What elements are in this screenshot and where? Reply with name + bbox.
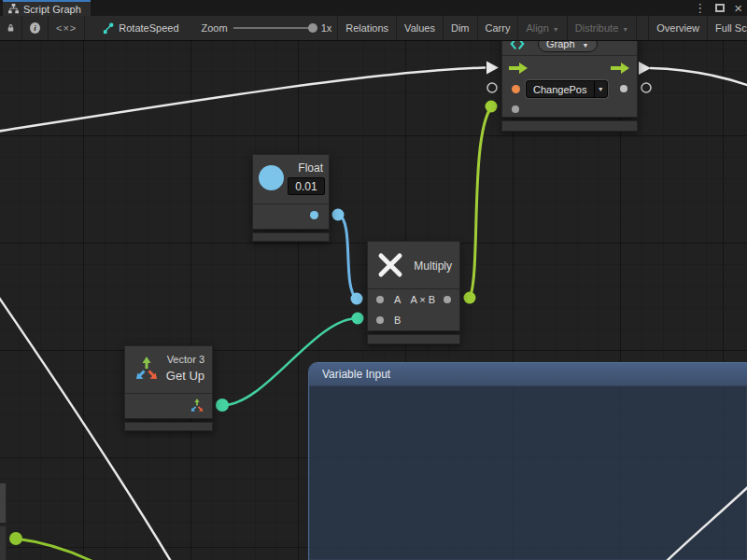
values-button[interactable]: Values — [397, 16, 444, 40]
zoom-value: 1x — [321, 22, 332, 34]
lock-icon — [7, 22, 14, 34]
zoom-slider[interactable] — [233, 27, 316, 29]
float-node[interactable]: Float 0.01 — [252, 154, 330, 230]
graph-breadcrumb[interactable]: RotateSpeed — [96, 16, 184, 40]
full-screen-button[interactable]: Full Screen — [708, 16, 747, 40]
close-icon[interactable]: × — [734, 0, 742, 16]
graph-gray-port[interactable] — [512, 105, 519, 113]
float-icon — [259, 165, 284, 190]
tab-script-graph[interactable]: Script Graph — [3, 0, 91, 16]
align-button[interactable]: Align ▼ — [518, 16, 567, 40]
offscreen-node-fragment[interactable] — [0, 483, 7, 523]
graph-flow-out-arrow-icon[interactable] — [611, 63, 629, 74]
multiply-port-result-label: A × B — [410, 294, 435, 305]
vector3-icon — [134, 357, 160, 383]
graph-breadcrumb-label: RotateSpeed — [119, 22, 178, 34]
caret-down-icon: ▼ — [553, 26, 559, 33]
graph-unit-node-footer — [501, 120, 638, 132]
graph-flow-in-arrow-icon[interactable] — [509, 63, 528, 74]
variable-input-panel-title: Variable Input — [322, 368, 390, 381]
float-value: 0.01 — [295, 180, 317, 193]
multiply-port-a-label: A — [394, 294, 401, 305]
graph-asset-icon — [102, 22, 114, 35]
caret-down-icon: ▼ — [583, 42, 589, 49]
carry-button[interactable]: Carry — [478, 16, 519, 40]
vector3-node-subtitle: Get Up — [166, 369, 204, 383]
script-graph-icon — [8, 4, 19, 14]
info-icon: i — [30, 22, 40, 34]
distribute-button[interactable]: Distribute ▼ — [568, 16, 637, 40]
caret-down-icon: ▼ — [594, 81, 608, 97]
code-icon: <×> — [56, 22, 77, 34]
vector3-node[interactable]: Vector 3 Get Up — [124, 345, 213, 419]
float-value-input[interactable]: 0.01 — [288, 177, 325, 195]
multiply-node-title: Multiply — [414, 259, 452, 273]
float-output-port[interactable] — [310, 211, 318, 219]
caret-down-icon: ▼ — [622, 26, 628, 33]
multiply-port-b-label: B — [394, 315, 401, 326]
multiply-node[interactable]: Multiply A A × B B — [367, 241, 460, 331]
float-node-title: Float — [298, 161, 323, 175]
vector3-node-title: Vector 3 — [167, 354, 204, 365]
graph-toolbar: i <×> RotateSpeed Zoom 1x Relations Valu… — [0, 16, 747, 41]
changepos-dropdown[interactable]: ChangePos ▼ — [526, 80, 608, 98]
multiply-icon — [377, 252, 403, 278]
multiply-port-a[interactable] — [376, 296, 384, 303]
zoom-slider-handle[interactable] — [308, 23, 317, 33]
multiply-node-footer — [367, 334, 460, 344]
kebab-menu-icon[interactable]: ⋮ — [694, 0, 706, 16]
graph-unit-node[interactable]: Graph ▼ ChangePos ▼ — [501, 28, 638, 118]
tab-title: Script Graph — [23, 4, 81, 15]
graph-right-value-port[interactable] — [620, 85, 627, 92]
overview-button[interactable]: Overview — [648, 16, 708, 40]
variable-input-panel-header[interactable]: Variable Input — [309, 363, 747, 386]
relations-button[interactable]: Relations — [337, 16, 397, 40]
code-preview-button[interactable]: <×> — [49, 16, 85, 40]
multiply-port-result[interactable] — [444, 296, 451, 303]
dim-button[interactable]: Dim — [444, 16, 478, 40]
changepos-dropdown-value: ChangePos — [527, 84, 594, 95]
lock-button[interactable] — [0, 16, 22, 40]
title-bar: Script Graph — [0, 0, 747, 16]
vector3-output-port[interactable] — [190, 399, 204, 413]
info-button[interactable]: i — [22, 16, 49, 40]
zoom-label: Zoom — [202, 22, 228, 34]
multiply-port-b[interactable] — [376, 316, 384, 324]
variable-input-panel[interactable]: Variable Input — [308, 362, 747, 560]
maximize-icon[interactable] — [715, 4, 725, 12]
offscreen-node-footer-fragment[interactable] — [0, 525, 7, 560]
script-graph-window: Variable Input — [0, 0, 747, 560]
float-node-footer — [252, 232, 330, 242]
zoom-control: Zoom 1x — [196, 16, 338, 40]
graph-orange-port[interactable] — [512, 85, 520, 93]
vector3-node-footer — [124, 422, 213, 431]
